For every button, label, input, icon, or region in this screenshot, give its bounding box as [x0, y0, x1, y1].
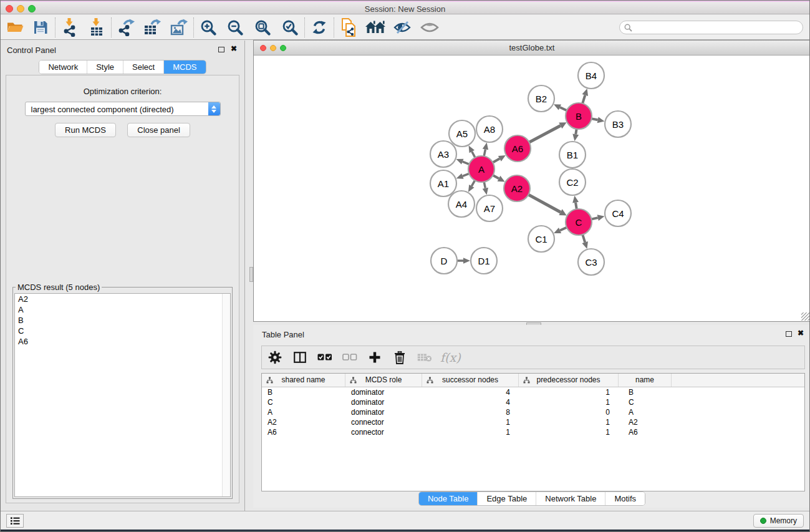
mcds-result-item[interactable]: C: [15, 326, 230, 336]
table-cell: A6: [619, 427, 672, 437]
table-cell: dominator: [345, 387, 422, 397]
column-panel-icon[interactable]: [292, 349, 308, 365]
memory-button[interactable]: Memory: [753, 514, 804, 528]
graph-node-label: A8: [484, 124, 495, 135]
clone-network-icon[interactable]: [338, 17, 359, 38]
delete-trash-icon[interactable]: [392, 349, 408, 365]
graph-edge-arrowhead: [597, 117, 605, 123]
select-all-icon[interactable]: [317, 349, 333, 365]
scrollbar-track[interactable]: [222, 294, 230, 496]
tab-style[interactable]: Style: [87, 60, 123, 74]
graph-node-label: A2: [511, 183, 523, 194]
toolbar-separator: [193, 17, 194, 37]
import-table-icon[interactable]: [86, 17, 107, 38]
close-panel-icon[interactable]: ✖: [798, 329, 804, 337]
float-panel-icon[interactable]: [218, 47, 224, 52]
add-column-icon[interactable]: [367, 349, 383, 365]
table-row[interactable]: A2connector11A2: [262, 417, 804, 427]
table-row[interactable]: A6connector11A6: [262, 427, 804, 437]
dropdown-stepper-icon: [208, 102, 220, 115]
control-panel-header: Control Panel ✖: [1, 41, 244, 58]
table-row[interactable]: Cdominator41C: [262, 397, 804, 407]
tab-network-table[interactable]: Network Table: [536, 492, 605, 505]
export-network-icon[interactable]: [115, 17, 137, 38]
float-panel-icon[interactable]: [786, 331, 792, 337]
function-builder-icon: f(x): [440, 351, 461, 364]
export-image-icon[interactable]: [168, 17, 190, 38]
graph-edge-arrowhead: [572, 196, 579, 203]
column-header-successor-nodes[interactable]: successor nodes: [422, 374, 519, 387]
network-canvas[interactable]: AA1A2A3A4A5A6A7A8BB1B2B3B4CC1C2C3C4DD1: [254, 56, 810, 321]
zoom-selected-icon[interactable]: [279, 17, 301, 38]
close-panel-icon[interactable]: ✖: [231, 44, 237, 53]
graph-node-label: C3: [585, 257, 597, 268]
main-toolbar: [1, 15, 809, 40]
toolbar-separator: [111, 17, 112, 37]
open-folder-icon[interactable]: [4, 17, 26, 38]
tab-motifs[interactable]: Motifs: [605, 492, 645, 505]
toolbar-separator: [55, 17, 55, 37]
table-header-row: shared nameMCDS rolesuccessor nodesprede…: [262, 374, 804, 387]
tab-node-table[interactable]: Node Table: [419, 492, 478, 505]
tab-mcds[interactable]: MCDS: [164, 60, 205, 74]
table-cell: C: [262, 397, 345, 407]
table-cell: 1: [519, 397, 619, 407]
control-panel-tabs: NetworkStyleSelectMCDS: [1, 60, 244, 74]
show-panel-eye-icon[interactable]: [419, 17, 440, 38]
column-header-name[interactable]: name: [619, 374, 672, 387]
mcds-result-list[interactable]: A2ABCA6: [14, 293, 231, 497]
home-icon[interactable]: [365, 17, 386, 38]
control-panel: Control Panel ✖ NetworkStyleSelectMCDS O…: [1, 41, 245, 511]
graph-node-label: A1: [438, 178, 449, 189]
network-window-titlebar[interactable]: testGlobe.txt: [254, 41, 810, 56]
save-icon[interactable]: [30, 17, 51, 38]
graph-edge-arrowhead: [483, 188, 488, 195]
tab-edge-table[interactable]: Edge Table: [478, 492, 536, 505]
table-cell: A2: [619, 417, 672, 427]
network-graph[interactable]: AA1A2A3A4A5A6A7A8BB1B2B3B4CC1C2C3C4DD1: [254, 56, 810, 321]
graph-edge-arrowhead: [456, 159, 463, 165]
close-panel-button[interactable]: Close panel: [127, 123, 190, 137]
run-mcds-button[interactable]: Run MCDS: [55, 123, 116, 137]
import-network-icon[interactable]: [59, 17, 80, 38]
search-field[interactable]: [619, 21, 803, 34]
optimization-criterion-dropdown[interactable]: largest connected component (directed): [25, 102, 221, 116]
mcds-result-group: MCDS result (5 nodes) A2ABCA6: [12, 283, 233, 499]
refresh-icon[interactable]: [309, 17, 330, 38]
task-history-button[interactable]: [6, 514, 24, 528]
column-header-predecessor-nodes[interactable]: predecessor nodes: [519, 374, 619, 387]
table-cell: B: [262, 387, 345, 397]
toolbar-separator: [334, 17, 334, 37]
tab-network[interactable]: Network: [39, 60, 87, 74]
graph-node-label: A7: [484, 203, 495, 214]
hide-panel-eye-icon[interactable]: [392, 17, 413, 38]
mcds-result-item[interactable]: A: [15, 304, 230, 315]
zoom-in-icon[interactable]: [198, 17, 219, 38]
graph-edge-A2-C[interactable]: [528, 194, 561, 212]
graph-edge-A6-B[interactable]: [528, 125, 561, 143]
table-cell: C: [619, 397, 672, 407]
table-cell: A6: [262, 427, 345, 437]
deselect-all-icon[interactable]: [342, 349, 358, 365]
column-header-MCDS-role[interactable]: MCDS role: [345, 374, 422, 387]
table-cell: 4: [422, 397, 519, 407]
settings-gear-icon[interactable]: [267, 349, 283, 365]
table-row[interactable]: Bdominator41B: [262, 387, 804, 397]
search-input[interactable]: [635, 23, 803, 32]
export-table-icon[interactable]: [142, 17, 163, 38]
status-bar: Memory: [1, 511, 809, 530]
table-row[interactable]: Adominator80A: [262, 407, 804, 417]
mcds-result-item[interactable]: A2: [15, 294, 230, 304]
graph-node-label: A6: [512, 143, 523, 154]
mcds-result-item[interactable]: B: [15, 315, 230, 326]
tab-select[interactable]: Select: [123, 60, 164, 74]
column-header-shared-name[interactable]: shared name: [262, 374, 345, 387]
resize-grip-icon[interactable]: [801, 312, 809, 321]
zoom-out-icon[interactable]: [224, 17, 246, 38]
splitter-handle-vertical[interactable]: [249, 267, 253, 282]
application-window: Session: New Session: [0, 0, 810, 532]
mcds-tab-content: Optimization criterion: largest connecte…: [6, 75, 239, 503]
zoom-fit-icon[interactable]: [252, 17, 273, 38]
graph-edge-arrowhead: [463, 258, 470, 264]
mcds-result-item[interactable]: A6: [15, 336, 230, 347]
